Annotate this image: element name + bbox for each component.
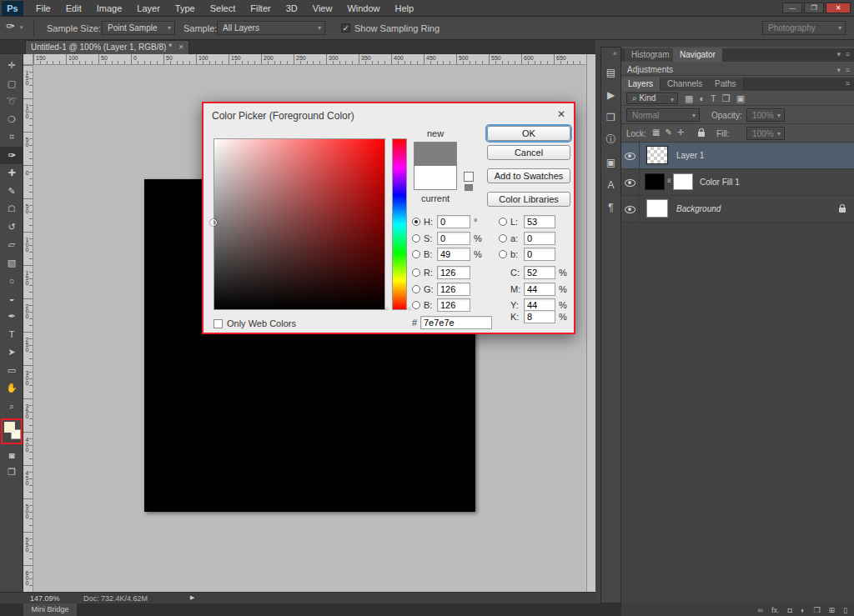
hand-tool[interactable]: ✋ <box>0 379 23 398</box>
lock-position-icon[interactable]: ✛ <box>677 128 684 137</box>
saturation-brightness-field[interactable] <box>214 138 385 310</box>
l-input[interactable] <box>524 215 555 228</box>
panel-menu-icon[interactable]: ≡ <box>846 79 850 88</box>
layer-mask-icon[interactable]: ◘ <box>788 606 792 614</box>
adjustments-panel-header[interactable]: Adjustments ▾ ≡ <box>621 63 854 76</box>
menu-item[interactable]: Edit <box>58 0 89 17</box>
gradient-tool[interactable]: ▧ <box>0 254 23 273</box>
panel-menu-icon[interactable]: ≡ <box>846 50 850 58</box>
blend-mode-dropdown[interactable]: Normal <box>626 108 700 122</box>
layer-comps-panel-icon[interactable]: ▣ <box>601 151 620 173</box>
fill-layer-thumbnail[interactable] <box>645 173 665 190</box>
layer-row-layer1[interactable]: Layer 1 <box>621 143 854 169</box>
layer-thumbnail[interactable] <box>646 146 668 164</box>
tab-paths[interactable]: Paths <box>708 78 744 91</box>
hue-slider-arrow-left[interactable]: ▸ <box>386 305 389 311</box>
bb-input[interactable] <box>524 248 555 261</box>
mini-bridge-tab[interactable]: Mini Bridge <box>23 603 77 616</box>
hex-input[interactable] <box>420 316 492 329</box>
add-to-swatches-button[interactable]: Add to Swatches <box>487 168 570 183</box>
l-radio[interactable] <box>499 218 507 226</box>
cancel-button[interactable]: Cancel <box>487 145 570 160</box>
sample-size-dropdown[interactable]: Point Sample <box>102 21 175 35</box>
opacity-dropdown[interactable]: 100% <box>746 108 785 122</box>
workspace-dropdown[interactable]: Photography <box>762 21 846 35</box>
quick-mask-button[interactable]: ◙ <box>0 447 23 463</box>
chevron-down-icon[interactable]: ▾ <box>836 66 841 74</box>
r-radio[interactable] <box>412 268 420 277</box>
color-swatches[interactable] <box>1 418 23 444</box>
eyedropper-tool-icon[interactable]: ✑ <box>6 20 15 33</box>
menu-item[interactable]: Window <box>339 0 387 17</box>
minimize-button[interactable]: — <box>782 3 802 13</box>
k-input[interactable] <box>524 310 555 323</box>
type-tool[interactable]: T <box>0 326 23 344</box>
color-field-marker[interactable] <box>210 219 217 226</box>
expand-panels-icon[interactable]: « <box>613 49 617 58</box>
lock-paint-icon[interactable]: ✎ <box>665 128 671 137</box>
g-input[interactable] <box>437 283 470 296</box>
panel-menu-icon[interactable]: ≡ <box>846 66 850 74</box>
lock-all-icon[interactable] <box>698 132 705 137</box>
menu-item[interactable]: 3D <box>279 0 305 17</box>
status-expand-icon[interactable]: ▶ <box>190 594 194 601</box>
screen-mode-button[interactable]: ❐ <box>0 463 23 480</box>
histogram-panel-icon[interactable]: ▤ <box>601 61 620 83</box>
clone-stamp-tool[interactable]: ☖ <box>0 200 23 218</box>
lock-transparency-icon[interactable]: ▦ <box>652 128 660 137</box>
show-sampling-ring-checkbox[interactable]: ✓ <box>341 23 350 33</box>
b2-radio[interactable] <box>412 301 420 309</box>
path-selection-tool[interactable]: ➤ <box>0 343 23 362</box>
actions-panel-icon[interactable]: ▶ <box>601 83 620 106</box>
filter-adjustment-layers-icon[interactable]: ◐ <box>699 92 705 105</box>
move-tool[interactable]: ✛ <box>0 57 23 75</box>
s-radio[interactable] <box>412 234 420 243</box>
tab-layers[interactable]: Layers <box>621 78 661 91</box>
hue-slider-arrow-right[interactable]: ◂ <box>408 305 410 311</box>
tab-close-icon[interactable]: × <box>178 41 183 54</box>
menu-item[interactable]: Filter <box>243 0 278 17</box>
info-panel-icon[interactable]: ⓘ <box>601 128 620 151</box>
menu-item[interactable]: Type <box>168 0 203 17</box>
hue-slider[interactable] <box>392 138 407 310</box>
visibility-toggle[interactable] <box>621 143 640 169</box>
s-input[interactable] <box>437 232 470 245</box>
healing-brush-tool[interactable]: ✚ <box>0 164 23 183</box>
dodge-tool[interactable]: ◒ <box>0 290 23 308</box>
adjustment-layer-icon[interactable]: ◐ <box>801 606 805 614</box>
paragraph-panel-icon[interactable]: ¶ <box>601 196 620 218</box>
menu-item[interactable]: Select <box>203 0 244 17</box>
tab-channels[interactable]: Channels <box>661 78 710 91</box>
chevron-down-icon[interactable]: ▾ <box>836 50 841 58</box>
ok-button[interactable]: OK <box>487 126 570 141</box>
layer-group-icon[interactable]: ❒ <box>813 606 820 614</box>
filter-pixel-layers-icon[interactable]: ▦ <box>685 92 693 105</box>
b2-input[interactable] <box>437 298 470 312</box>
foreground-color-swatch[interactable] <box>4 422 15 433</box>
c-input[interactable] <box>524 266 555 279</box>
a-radio[interactable] <box>499 234 507 243</box>
filter-type-layers-icon[interactable]: T <box>711 92 716 105</box>
web-safe-swatch[interactable] <box>465 184 473 191</box>
b-input[interactable] <box>437 248 470 261</box>
menu-item[interactable]: Help <box>388 0 422 17</box>
g-radio[interactable] <box>412 285 420 293</box>
dialog-close-icon[interactable]: ✕ <box>557 108 565 120</box>
quick-selection-tool[interactable]: ❍ <box>0 111 23 129</box>
link-layers-icon[interactable]: ∞ <box>758 606 763 614</box>
document-tab[interactable]: Untitled-1 @ 100% (Layer 1, RGB/8) * × <box>25 40 189 54</box>
layer-effects-icon[interactable]: fx. <box>771 606 780 614</box>
crop-tool[interactable]: ⌗ <box>0 128 23 147</box>
zoom-tool[interactable]: ⌕ <box>0 398 23 416</box>
web-gamut-warning-icon[interactable] <box>464 172 474 182</box>
only-web-colors-checkbox[interactable] <box>214 319 223 328</box>
visibility-toggle[interactable] <box>621 196 640 223</box>
history-brush-tool[interactable]: ↺ <box>0 218 23 237</box>
blur-tool[interactable]: ○ <box>0 272 23 290</box>
sample-dropdown[interactable]: All Layers <box>217 21 325 35</box>
close-button[interactable]: ✕ <box>826 3 851 13</box>
b-radio[interactable] <box>412 250 420 258</box>
pen-tool[interactable]: ✒ <box>0 308 23 326</box>
filter-smart-objects-icon[interactable]: ▣ <box>736 92 745 105</box>
h-radio[interactable] <box>412 218 420 226</box>
